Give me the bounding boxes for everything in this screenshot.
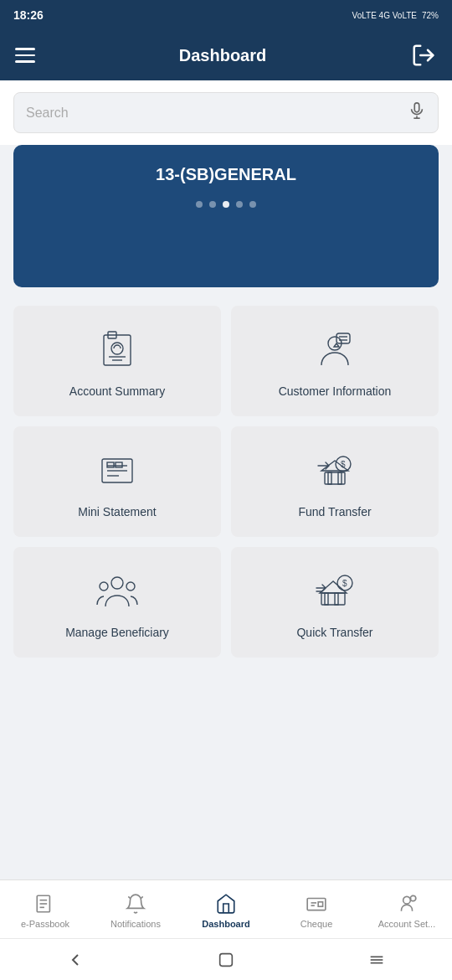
svg-text:$: $ (341, 460, 346, 469)
account-settings-label: Account Set... (378, 919, 435, 929)
mini-statement-button[interactable]: Mini Statement (13, 426, 221, 537)
mic-icon[interactable] (408, 101, 426, 124)
account-summary-icon (95, 328, 140, 373)
status-icons: VoLTE 4G VoLTE 72% (352, 11, 439, 20)
fund-transfer-icon: $ (312, 448, 357, 493)
menu-button[interactable] (15, 48, 35, 63)
search-bar[interactable]: Search (13, 92, 439, 133)
search-container: Search (0, 80, 452, 145)
epassbook-icon (33, 892, 57, 916)
svg-rect-17 (107, 462, 114, 467)
dot-2 (209, 201, 216, 208)
svg-rect-30 (335, 593, 338, 605)
carousel-dots (30, 201, 422, 208)
account-settings-icon (395, 892, 419, 916)
manage-beneficiary-icon (95, 569, 140, 614)
quick-transfer-button[interactable]: $ Quick Transfer (231, 547, 439, 658)
back-button[interactable] (60, 945, 90, 975)
svg-point-42 (403, 896, 411, 904)
svg-rect-1 (414, 103, 419, 112)
dashboard-icon (214, 892, 238, 916)
feature-grid: Account Summary Customer Information (0, 296, 452, 668)
svg-rect-48 (220, 953, 233, 966)
cheque-icon (305, 892, 328, 916)
account-summary-button[interactable]: Account Summary (13, 306, 221, 416)
recents-button[interactable] (362, 945, 392, 975)
account-name: 13-(SB)GENERAL (30, 165, 422, 184)
battery-indicator: 72% (422, 11, 439, 20)
manage-beneficiary-button[interactable]: Manage Beneficiary (13, 547, 221, 658)
mini-statement-label: Mini Statement (78, 505, 156, 518)
notifications-label: Notifications (110, 919, 161, 929)
nav-notifications[interactable]: Notifications (102, 892, 169, 929)
dot-1 (196, 201, 203, 208)
bottom-navigation: e-Passbook Notifications Dashboard (0, 879, 452, 938)
customer-information-icon (312, 328, 357, 373)
mini-statement-icon (95, 448, 140, 493)
dot-3 (223, 201, 229, 208)
search-placeholder: Search (26, 106, 399, 121)
svg-rect-41 (318, 901, 322, 905)
manage-beneficiary-label: Manage Beneficiary (65, 626, 169, 639)
quick-transfer-icon: $ (312, 569, 357, 614)
svg-rect-20 (328, 472, 331, 484)
svg-rect-21 (338, 472, 342, 484)
cheque-label: Cheque (300, 919, 333, 929)
dot-5 (249, 201, 256, 208)
quick-transfer-label: Quick Transfer (296, 626, 372, 639)
account-banner: 13-(SB)GENERAL (13, 145, 439, 287)
dot-4 (236, 201, 243, 208)
nav-account-settings[interactable]: Account Set... (373, 892, 440, 929)
android-nav-bar (0, 938, 452, 980)
svg-point-25 (111, 577, 123, 589)
status-time: 18:26 (13, 8, 44, 22)
home-button[interactable] (211, 945, 241, 975)
dashboard-label: Dashboard (202, 919, 249, 929)
account-summary-label: Account Summary (69, 384, 165, 398)
fund-transfer-label: Fund Transfer (298, 505, 371, 518)
notifications-icon (124, 892, 147, 916)
page-title: Dashboard (179, 46, 266, 65)
nav-epassbook[interactable]: e-Passbook (12, 892, 79, 929)
svg-point-6 (111, 343, 123, 354)
app-header: Dashboard (0, 30, 452, 80)
customer-information-label: Customer Information (279, 384, 392, 398)
nav-dashboard[interactable]: Dashboard (193, 892, 259, 929)
svg-point-27 (126, 582, 135, 591)
svg-rect-18 (116, 462, 122, 467)
svg-point-26 (100, 582, 108, 591)
fund-transfer-button[interactable]: $ Fund Transfer (231, 426, 439, 537)
customer-information-button[interactable]: Customer Information (231, 306, 439, 416)
svg-text:$: $ (342, 579, 347, 588)
epassbook-label: e-Passbook (21, 919, 69, 929)
logout-button[interactable] (410, 42, 437, 69)
status-bar: 18:26 VoLTE 4G VoLTE 72% (0, 0, 452, 30)
nav-cheque[interactable]: Cheque (283, 892, 350, 929)
svg-rect-29 (325, 593, 328, 605)
